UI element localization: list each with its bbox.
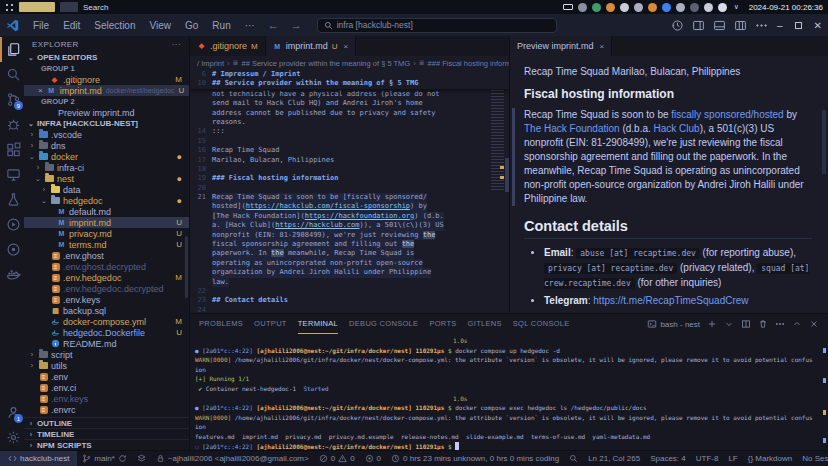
terminal-picker-button[interactable]	[724, 319, 734, 329]
split-terminal-button[interactable]	[741, 319, 751, 329]
menu-item-selection[interactable]: Selection	[88, 18, 141, 33]
tree-item-utils[interactable]: ›utils	[24, 360, 189, 371]
tree-item-imprint-md[interactable]: Mimprint.mdU	[24, 217, 189, 228]
tree-item-dns[interactable]: ›dns	[24, 140, 189, 151]
status-search-status[interactable]	[564, 451, 583, 466]
panel-tab-debug-console[interactable]: DEBUG CONSOLE	[349, 314, 418, 334]
tree-item-docker[interactable]: ⌄docker●	[24, 151, 189, 162]
bluetooth-alt-icon[interactable]	[676, 3, 685, 12]
tree-item-infra-ci[interactable]: ›infra-ci	[24, 162, 189, 173]
activity-search[interactable]	[0, 62, 24, 87]
status-counter[interactable]: 0	[360, 451, 386, 466]
activity-docker[interactable]	[0, 262, 24, 287]
status-git-branch[interactable]: main*	[77, 451, 131, 466]
activity-accounts[interactable]: 1	[0, 400, 24, 425]
activity-extensions[interactable]	[0, 137, 24, 162]
clipboard-icon[interactable]	[620, 3, 629, 12]
panel-tab-sql-console[interactable]: SQL CONSOLE	[513, 314, 570, 334]
tree-item--env-ci[interactable]: ≡.env.ci	[24, 382, 189, 393]
layout-columns-icon[interactable]	[734, 19, 746, 31]
tree-item--env-hedgedoc[interactable]: ≡.env.hedgedocM	[24, 272, 189, 283]
tree-item--env-keys[interactable]: ≡.env.keys	[24, 294, 189, 305]
tab-preview-imprint[interactable]: Preview imprint.md ×	[510, 36, 612, 56]
link-hack-club[interactable]: Hack Club	[654, 123, 700, 134]
tree-item-default-md[interactable]: Mdefault.md	[24, 206, 189, 217]
close-icon[interactable]: ×	[344, 42, 349, 51]
status-compare-changes[interactable]	[132, 451, 151, 466]
close-icon[interactable]: ×	[38, 86, 43, 95]
status-session[interactable]: No Session	[797, 451, 828, 466]
globe-icon[interactable]	[592, 3, 601, 12]
code-editor[interactable]: 6# Impressum / Imprint10## Service provi…	[190, 70, 509, 313]
media-play-icon[interactable]	[634, 3, 643, 12]
tree-item-terms-md[interactable]: Mterms.mdU	[24, 239, 189, 250]
tab--gitignore[interactable]: ◆.gitignoreM	[190, 36, 266, 56]
history-icon[interactable]	[671, 19, 683, 31]
menu-item-[interactable]: ···	[239, 18, 261, 33]
status-indentation[interactable]: Spaces: 4	[645, 451, 691, 466]
tree-item-data[interactable]: ›data	[24, 184, 189, 195]
kill-terminal-button[interactable]	[758, 319, 768, 329]
menu-item-file[interactable]: File	[27, 18, 55, 33]
tree-item--vscode[interactable]: ›.vscode	[24, 129, 189, 140]
sidebar-more-button[interactable]: ···	[172, 40, 181, 49]
tree-item-script[interactable]: ›script	[24, 349, 189, 360]
project-root-header[interactable]: ⌄INFRA [HACKCLUB-NEST]	[24, 118, 189, 129]
tree-item-hedgedoc-dockerfile[interactable]: hedgedoc.DockerfileU	[24, 327, 189, 338]
system-clock[interactable]: 2024-09-21 00:26:36	[746, 3, 823, 12]
panel-tab-gitlens[interactable]: GITLENS	[468, 314, 502, 334]
bluetooth-icon[interactable]	[662, 3, 671, 12]
status-eol[interactable]: LF	[723, 451, 742, 466]
workspace-inactive[interactable]	[60, 2, 78, 12]
wifi-icon[interactable]	[718, 3, 727, 12]
chevron-icon[interactable]: ∨	[732, 3, 741, 12]
tree-item--envrc[interactable]: ≡.envrc	[24, 404, 189, 415]
section-timeline[interactable]: ›TIMELINE	[24, 428, 189, 439]
avatar-icon[interactable]	[606, 3, 615, 12]
panel-tab-output[interactable]: OUTPUT	[254, 314, 287, 334]
preview-scrollbar[interactable]	[822, 110, 826, 174]
open-editors-header[interactable]: ⌄OPEN EDITORS	[24, 52, 189, 63]
markdown-preview[interactable]: Recap Time Squad Marilao, Bulacan, Phili…	[510, 56, 828, 313]
new-terminal-button[interactable]	[707, 319, 717, 329]
breadcrumb-item[interactable]: ## Service provider within the meaning o…	[241, 59, 410, 68]
menu-item-view[interactable]: View	[144, 18, 178, 33]
minimize-button[interactable]: –	[777, 20, 783, 31]
status-commit-signing[interactable]: ~ajhalili2006 <ajhalili2006@gmail.com>	[151, 451, 314, 466]
breadcrumb-item[interactable]: ### Fiscal hosting information	[428, 59, 509, 68]
tree-item-hedgedoc[interactable]: ⌄hedgedoc●	[24, 195, 189, 206]
tree-item--env-keys[interactable]: ≡.env.keys	[24, 393, 189, 404]
link-hack-foundation[interactable]: The Hack Foundation	[524, 123, 620, 134]
status-remote-indicator[interactable]: hackclub-nest	[0, 451, 77, 466]
launcher-icon[interactable]	[5, 3, 14, 12]
tree-item-nest[interactable]: ⌄nest●	[24, 173, 189, 184]
tree-item-docker-compose-yml[interactable]: docker-compose.ymlM	[24, 316, 189, 327]
nav-forward-button[interactable]: →	[286, 19, 307, 31]
layout-editor-icon[interactable]	[692, 19, 704, 31]
sidebar-scrollbar[interactable]	[185, 236, 188, 298]
tree-item--env-ghost[interactable]: ≡.env.ghost	[24, 250, 189, 261]
activity-remote-explorer[interactable]	[0, 162, 24, 187]
tree-item--env[interactable]: ≡.env	[24, 371, 189, 382]
maximize-panel-button[interactable]	[792, 319, 802, 329]
command-center-search[interactable]: infra [hackclub-nest]	[317, 18, 557, 33]
status-problems[interactable]: 00	[314, 451, 360, 466]
nav-back-button[interactable]: ←	[263, 19, 284, 31]
tab-imprint-md[interactable]: Mimprint.mdU×	[266, 36, 356, 56]
more-icon[interactable]	[755, 19, 767, 31]
open-editor-preview-imprint-md[interactable]: Preview imprint.md	[24, 107, 189, 118]
section-outline[interactable]: ›OUTLINE	[24, 417, 189, 428]
breadcrumb-item[interactable]: / Imprint	[197, 59, 224, 68]
activity-record[interactable]	[0, 237, 24, 262]
panel-tab-terminal[interactable]: TERMINAL	[298, 314, 338, 334]
close-panel-button[interactable]	[809, 319, 819, 329]
open-editor--gitignore[interactable]: ◆.gitignoreM	[24, 74, 189, 85]
link-fiscal-sponsorship[interactable]: fiscally sponsored/hosted	[671, 109, 783, 120]
activity-testing[interactable]	[0, 187, 24, 212]
more-button[interactable]	[775, 319, 785, 329]
close-button[interactable]: ✕	[814, 20, 822, 31]
section-npm-scripts[interactable]: ›NPM SCRIPTS	[24, 439, 189, 450]
activity-settings[interactable]	[0, 425, 24, 450]
open-editor-imprint-md[interactable]: ×Mimprint.mddocker/nest/hedgedocU	[24, 85, 189, 96]
shield-icon[interactable]	[704, 3, 713, 12]
